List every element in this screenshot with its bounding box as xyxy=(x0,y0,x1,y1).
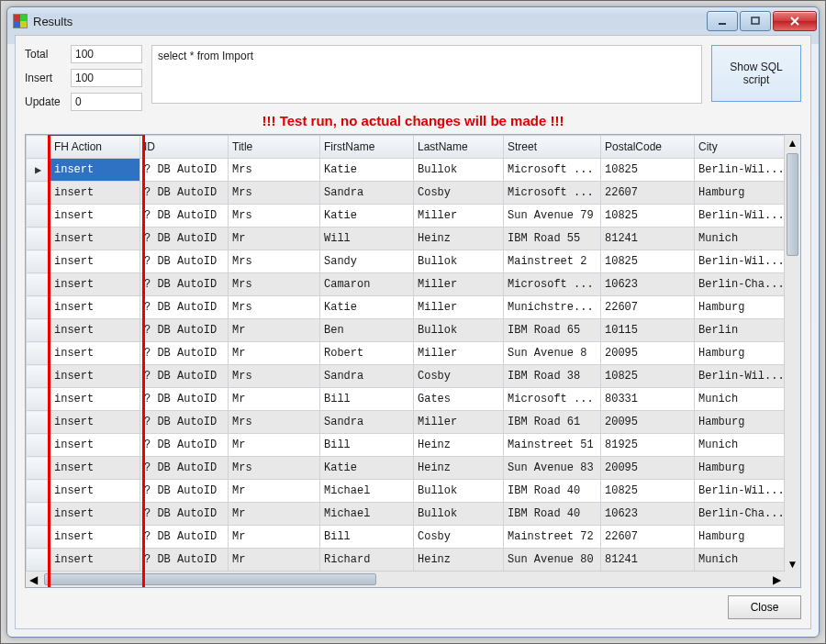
row-header[interactable] xyxy=(27,319,50,342)
cell-last[interactable]: Bullok xyxy=(414,250,504,273)
row-header[interactable] xyxy=(27,503,50,526)
cell-last[interactable]: Cosby xyxy=(414,365,504,388)
row-header[interactable] xyxy=(27,228,50,250)
table-row[interactable]: insert? DB AutoIDMrsSandraCosbyIBM Road … xyxy=(27,365,785,388)
grid-header-row[interactable]: FH Action ID Title FirstName LastName St… xyxy=(27,136,785,159)
cell-last[interactable]: Cosby xyxy=(414,182,504,205)
cell-street[interactable]: IBM Road 40 xyxy=(504,480,601,503)
row-header[interactable] xyxy=(27,411,50,434)
scroll-down-icon[interactable]: ▼ xyxy=(785,556,800,572)
cell-title[interactable]: Mrs xyxy=(229,457,320,480)
cell-title[interactable]: Mrs xyxy=(229,205,320,228)
cell-city[interactable]: Hamburg xyxy=(695,296,785,319)
cell-action[interactable]: insert xyxy=(50,526,140,549)
cell-last[interactable]: Miller xyxy=(414,411,504,434)
cell-first[interactable]: Katie xyxy=(320,296,414,319)
cell-last[interactable]: Heinz xyxy=(414,434,504,457)
cell-street[interactable]: Sun Avenue 83 xyxy=(504,457,601,480)
cell-action[interactable]: insert xyxy=(50,365,140,388)
scroll-thumb-h[interactable] xyxy=(44,573,376,585)
cell-first[interactable]: Sandra xyxy=(320,365,414,388)
cell-id[interactable]: ? DB AutoID xyxy=(140,365,229,388)
cell-postal[interactable]: 10825 xyxy=(601,159,695,182)
cell-title[interactable]: Mrs xyxy=(229,159,320,182)
cell-street[interactable]: Mainstreet 72 xyxy=(504,526,601,549)
cell-title[interactable]: Mrs xyxy=(229,411,320,434)
cell-last[interactable]: Heinz xyxy=(414,457,504,480)
cell-id[interactable]: ? DB AutoID xyxy=(140,182,229,205)
cell-last[interactable]: Miller xyxy=(414,342,504,365)
cell-id[interactable]: ? DB AutoID xyxy=(140,411,229,434)
cell-action[interactable]: insert xyxy=(50,159,140,182)
cell-postal[interactable]: 10825 xyxy=(601,205,695,228)
cell-first[interactable]: Will xyxy=(320,228,414,250)
cell-postal[interactable]: 10623 xyxy=(601,273,695,296)
cell-action[interactable]: insert xyxy=(50,549,140,572)
cell-city[interactable]: Hamburg xyxy=(695,457,785,480)
cell-action[interactable]: insert xyxy=(50,503,140,526)
cell-street[interactable]: Microsoft ... xyxy=(504,159,601,182)
sql-query-box[interactable]: select * from Import xyxy=(151,45,702,104)
scroll-right-icon[interactable]: ▶ xyxy=(769,572,785,587)
cell-title[interactable]: Mrs xyxy=(229,250,320,273)
cell-action[interactable]: insert xyxy=(50,480,140,503)
cell-title[interactable]: Mr xyxy=(229,434,320,457)
col-fh-action[interactable]: FH Action xyxy=(50,136,140,159)
cell-id[interactable]: ? DB AutoID xyxy=(140,388,229,411)
cell-id[interactable]: ? DB AutoID xyxy=(140,434,229,457)
close-button[interactable]: Close xyxy=(728,595,801,619)
cell-title[interactable]: Mrs xyxy=(229,296,320,319)
cell-action[interactable]: insert xyxy=(50,342,140,365)
cell-street[interactable]: Sun Avenue 8 xyxy=(504,342,601,365)
cell-id[interactable]: ? DB AutoID xyxy=(140,503,229,526)
table-row[interactable]: insert? DB AutoIDMrsCamaronMillerMicroso… xyxy=(27,273,785,296)
cell-first[interactable]: Sandra xyxy=(320,182,414,205)
cell-id[interactable]: ? DB AutoID xyxy=(140,342,229,365)
cell-street[interactable]: IBM Road 61 xyxy=(504,411,601,434)
cell-street[interactable]: IBM Road 38 xyxy=(504,365,601,388)
row-header[interactable] xyxy=(27,434,50,457)
show-sql-button[interactable]: Show SQL script xyxy=(711,45,801,102)
cell-action[interactable]: insert xyxy=(50,319,140,342)
table-row[interactable]: insert? DB AutoIDMrsKatieMillerMunichstr… xyxy=(27,296,785,319)
row-header[interactable] xyxy=(27,480,50,503)
table-row[interactable]: insert? DB AutoIDMrMichaelBullokIBM Road… xyxy=(27,503,785,526)
cell-id[interactable]: ? DB AutoID xyxy=(140,273,229,296)
cell-title[interactable]: Mrs xyxy=(229,182,320,205)
cell-city[interactable]: Berlin-Wil... xyxy=(695,205,785,228)
table-row[interactable]: insert? DB AutoIDMrsKatieMillerSun Avenu… xyxy=(27,205,785,228)
row-header[interactable] xyxy=(27,182,50,205)
table-row[interactable]: insert? DB AutoIDMrsSandyBullokMainstree… xyxy=(27,250,785,273)
cell-id[interactable]: ? DB AutoID xyxy=(140,526,229,549)
cell-action[interactable]: insert xyxy=(50,250,140,273)
cell-street[interactable]: Microsoft ... xyxy=(504,273,601,296)
cell-city[interactable]: Berlin-Wil... xyxy=(695,365,785,388)
row-header[interactable] xyxy=(27,342,50,365)
cell-id[interactable]: ? DB AutoID xyxy=(140,319,229,342)
table-row[interactable]: insert? DB AutoIDMrRobertMillerSun Avenu… xyxy=(27,342,785,365)
cell-postal[interactable]: 20095 xyxy=(601,457,695,480)
cell-street[interactable]: Mainstreet 2 xyxy=(504,250,601,273)
cell-action[interactable]: insert xyxy=(50,388,140,411)
table-row[interactable]: insert? DB AutoIDMrRichardHeinzSun Avenu… xyxy=(27,549,785,572)
cell-street[interactable]: Mainstreet 51 xyxy=(504,434,601,457)
cell-city[interactable]: Berlin-Cha... xyxy=(695,273,785,296)
row-header[interactable] xyxy=(27,205,50,228)
table-row[interactable]: insert? DB AutoIDMrBillHeinzMainstreet 5… xyxy=(27,434,785,457)
cell-last[interactable]: Cosby xyxy=(414,526,504,549)
cell-last[interactable]: Gates xyxy=(414,388,504,411)
row-header[interactable] xyxy=(27,365,50,388)
table-row[interactable]: insert? DB AutoIDMrBillCosbyMainstreet 7… xyxy=(27,526,785,549)
cell-street[interactable]: Sun Avenue 80 xyxy=(504,549,601,572)
col-lastname[interactable]: LastName xyxy=(414,136,504,159)
cell-city[interactable]: Berlin-Wil... xyxy=(695,250,785,273)
cell-street[interactable]: Sun Avenue 79 xyxy=(504,205,601,228)
cell-city[interactable]: Berlin-Wil... xyxy=(695,480,785,503)
cell-city[interactable]: Munich xyxy=(695,549,785,572)
cell-postal[interactable]: 10623 xyxy=(601,503,695,526)
cell-title[interactable]: Mr xyxy=(229,480,320,503)
row-header[interactable] xyxy=(27,388,50,411)
table-row[interactable]: insert? DB AutoIDMrBillGatesMicrosoft ..… xyxy=(27,388,785,411)
col-postalcode[interactable]: PostalCode xyxy=(601,136,695,159)
row-header[interactable] xyxy=(27,526,50,549)
